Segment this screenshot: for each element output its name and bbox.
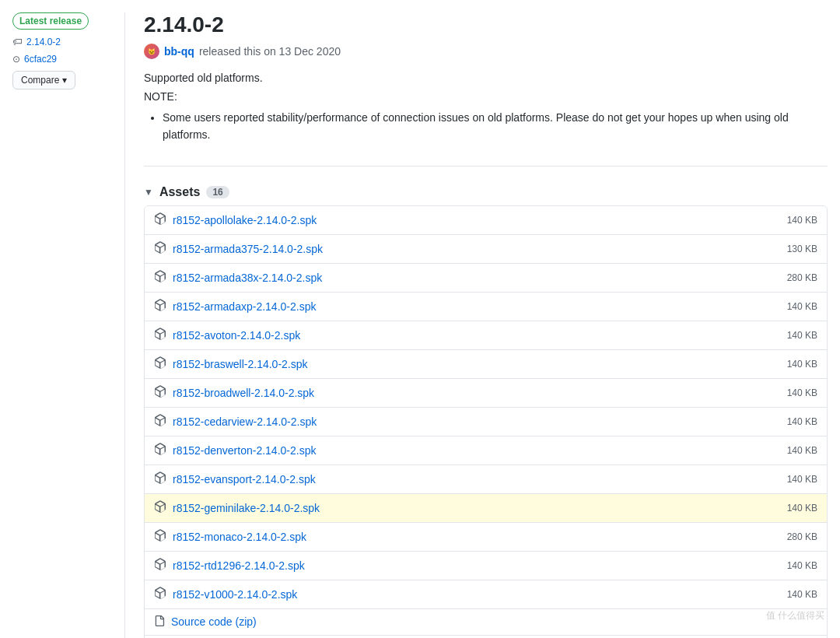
package-icon xyxy=(154,356,166,372)
commit-icon: ⊙ xyxy=(12,54,20,65)
author-link[interactable]: bb-qq xyxy=(164,45,194,58)
package-icon xyxy=(154,500,166,516)
package-icon xyxy=(154,241,166,257)
asset-size: 280 KB xyxy=(771,272,817,283)
asset-left: r8152-avoton-2.14.0-2.spk xyxy=(154,328,300,343)
asset-size: 140 KB xyxy=(771,416,817,427)
asset-left: r8152-cedarview-2.14.0-2.spk xyxy=(154,414,317,429)
asset-left: r8152-braswell-2.14.0-2.spk xyxy=(154,356,308,372)
asset-row[interactable]: r8152-armada375-2.14.0-2.spk130 KB xyxy=(145,235,827,264)
asset-link[interactable]: r8152-rtd1296-2.14.0-2.spk xyxy=(173,559,305,572)
release-date: released this on 13 Dec 2020 xyxy=(199,45,341,58)
release-body: Supported old platforms. NOTE: Some user… xyxy=(144,72,828,167)
asset-link[interactable]: r8152-geminilake-2.14.0-2.spk xyxy=(173,502,320,514)
assets-header[interactable]: ▼ Assets 16 xyxy=(144,185,828,199)
asset-left: r8152-armada38x-2.14.0-2.spk xyxy=(154,270,322,286)
asset-row[interactable]: r8152-braswell-2.14.0-2.spk140 KB xyxy=(145,350,827,379)
asset-link[interactable]: r8152-apollolake-2.14.0-2.spk xyxy=(173,214,317,226)
tag-icon: 🏷 xyxy=(12,36,23,47)
asset-left: r8152-armadaxp-2.14.0-2.spk xyxy=(154,299,316,314)
sidebar: Latest release 🏷 2.14.0-2 ⊙ 6cfac29 Comp… xyxy=(12,12,106,638)
asset-left: r8152-geminilake-2.14.0-2.spk xyxy=(154,500,320,516)
asset-link[interactable]: r8152-avoton-2.14.0-2.spk xyxy=(173,329,300,342)
asset-row[interactable]: r8152-armadaxp-2.14.0-2.spk140 KB xyxy=(145,293,827,321)
release-meta: 🐱 bb-qq released this on 13 Dec 2020 xyxy=(144,44,828,59)
commit-link[interactable]: 6cfac29 xyxy=(24,54,57,65)
package-icon xyxy=(154,270,166,286)
asset-list: r8152-apollolake-2.14.0-2.spk140 KB r815… xyxy=(144,205,828,638)
package-icon xyxy=(154,299,166,314)
asset-size: 140 KB xyxy=(771,503,817,514)
asset-link[interactable]: r8152-broadwell-2.14.0-2.spk xyxy=(173,387,314,399)
asset-row[interactable]: r8152-avoton-2.14.0-2.spk140 KB xyxy=(145,321,827,350)
note-label: NOTE: xyxy=(144,90,828,103)
asset-link[interactable]: r8152-cedarview-2.14.0-2.spk xyxy=(173,415,317,428)
sidebar-tag: 🏷 2.14.0-2 xyxy=(12,36,106,47)
package-icon xyxy=(154,443,166,458)
package-icon xyxy=(154,414,166,429)
asset-row[interactable]: r8152-rtd1296-2.14.0-2.spk140 KB xyxy=(145,552,827,580)
asset-link[interactable]: Source code (zip) xyxy=(171,615,257,628)
asset-row[interactable]: r8152-apollolake-2.14.0-2.spk140 KB xyxy=(145,206,827,235)
asset-link[interactable]: r8152-armada38x-2.14.0-2.spk xyxy=(173,272,322,284)
package-icon xyxy=(154,471,166,487)
asset-link[interactable]: r8152-denverton-2.14.0-2.spk xyxy=(173,444,316,457)
asset-left: r8152-rtd1296-2.14.0-2.spk xyxy=(154,558,305,573)
asset-size: 140 KB xyxy=(771,560,817,571)
asset-left: r8152-denverton-2.14.0-2.spk xyxy=(154,443,316,458)
sidebar-commit: ⊙ 6cfac29 xyxy=(12,54,106,65)
note-item: Some users reported stability/performanc… xyxy=(163,109,828,144)
asset-size: 140 KB xyxy=(771,474,817,485)
release-title: 2.14.0-2 xyxy=(144,12,828,37)
assets-title: Assets xyxy=(159,185,200,199)
compare-label: Compare xyxy=(21,75,59,86)
asset-size: 140 KB xyxy=(771,330,817,341)
asset-size: 140 KB xyxy=(771,387,817,398)
asset-link[interactable]: r8152-monaco-2.14.0-2.spk xyxy=(173,531,306,543)
package-icon xyxy=(154,328,166,343)
asset-link[interactable]: r8152-evansport-2.14.0-2.spk xyxy=(173,473,316,486)
asset-link[interactable]: r8152-armadaxp-2.14.0-2.spk xyxy=(173,300,316,313)
asset-row[interactable]: Source code (zip) xyxy=(145,609,827,636)
compare-button[interactable]: Compare ▾ xyxy=(12,71,75,89)
asset-size: 140 KB xyxy=(771,359,817,370)
source-icon xyxy=(154,615,165,629)
latest-release-badge: Latest release xyxy=(12,12,89,30)
assets-count: 16 xyxy=(206,186,229,198)
asset-link[interactable]: r8152-braswell-2.14.0-2.spk xyxy=(173,358,308,370)
chevron-down-icon: ▾ xyxy=(62,75,67,86)
asset-size: 140 KB xyxy=(771,215,817,226)
package-icon xyxy=(154,587,166,602)
description-text: Supported old platforms. xyxy=(144,72,828,84)
asset-row[interactable]: r8152-cedarview-2.14.0-2.spk140 KB xyxy=(145,408,827,436)
asset-size: 130 KB xyxy=(771,244,817,254)
note-list: Some users reported stability/performanc… xyxy=(144,109,828,144)
asset-row[interactable]: r8152-geminilake-2.14.0-2.spk140 KB xyxy=(145,494,827,523)
asset-size: 140 KB xyxy=(771,589,817,600)
watermark: 值 什么值得买 xyxy=(766,609,824,622)
assets-section: ▼ Assets 16 r8152-apollolake-2.14.0-2.sp… xyxy=(144,185,828,638)
package-icon xyxy=(154,558,166,573)
asset-left: Source code (zip) xyxy=(154,615,257,629)
asset-size: 140 KB xyxy=(771,301,817,312)
package-icon xyxy=(154,212,166,228)
asset-row[interactable]: r8152-evansport-2.14.0-2.spk140 KB xyxy=(145,465,827,494)
asset-left: r8152-evansport-2.14.0-2.spk xyxy=(154,471,316,487)
avatar: 🐱 xyxy=(144,44,159,59)
asset-row[interactable]: r8152-v1000-2.14.0-2.spk140 KB xyxy=(145,580,827,609)
main-content: 2.14.0-2 🐱 bb-qq released this on 13 Dec… xyxy=(124,12,828,638)
asset-row[interactable]: r8152-armada38x-2.14.0-2.spk280 KB xyxy=(145,264,827,293)
asset-row[interactable]: r8152-denverton-2.14.0-2.spk140 KB xyxy=(145,436,827,465)
asset-left: r8152-apollolake-2.14.0-2.spk xyxy=(154,212,317,228)
asset-size: 280 KB xyxy=(771,531,817,542)
asset-link[interactable]: r8152-v1000-2.14.0-2.spk xyxy=(173,588,297,601)
asset-left: r8152-monaco-2.14.0-2.spk xyxy=(154,529,306,545)
tag-link[interactable]: 2.14.0-2 xyxy=(26,37,61,47)
asset-row[interactable]: r8152-monaco-2.14.0-2.spk280 KB xyxy=(145,523,827,552)
asset-size: 140 KB xyxy=(771,445,817,456)
package-icon xyxy=(154,529,166,545)
asset-left: r8152-v1000-2.14.0-2.spk xyxy=(154,587,297,602)
asset-link[interactable]: r8152-armada375-2.14.0-2.spk xyxy=(173,243,323,255)
asset-row[interactable]: r8152-broadwell-2.14.0-2.spk140 KB xyxy=(145,379,827,408)
asset-left: r8152-broadwell-2.14.0-2.spk xyxy=(154,385,314,401)
